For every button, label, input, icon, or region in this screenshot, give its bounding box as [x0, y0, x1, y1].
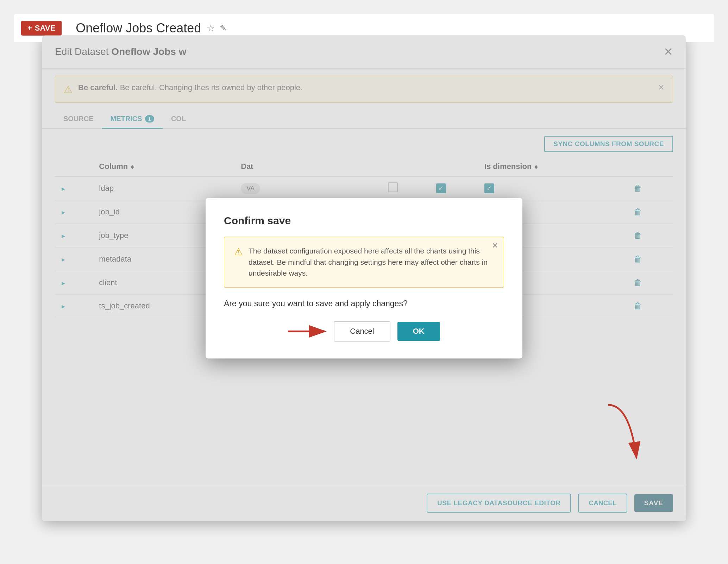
confirm-ok-button[interactable]: OK	[397, 322, 440, 341]
arrow-to-cancel	[288, 324, 330, 338]
confirm-save-dialog: Confirm save ⚠ The dataset configuration…	[206, 198, 522, 358]
page-title: Oneflow Jobs Created	[76, 21, 201, 36]
top-save-button[interactable]: + SAVE	[21, 21, 62, 36]
confirm-warning-text: The dataset configuration exposed here a…	[249, 245, 494, 279]
confirm-question-text: Are you sure you want to save and apply …	[224, 299, 504, 308]
star-icon[interactable]: ☆	[207, 23, 215, 34]
confirm-dialog-title: Confirm save	[224, 215, 504, 227]
confirm-warning-close-button[interactable]: ✕	[492, 241, 498, 250]
edit-icon[interactable]: ✎	[220, 23, 227, 33]
arrow-to-save-button	[587, 401, 644, 465]
confirm-warning-icon: ⚠	[234, 246, 243, 258]
confirm-warning-box: ⚠ The dataset configuration exposed here…	[224, 237, 504, 288]
confirm-dialog-buttons: Cancel OK	[224, 321, 504, 341]
edit-dataset-modal: Edit Dataset Oneflow Jobs w ✕ ⚠ Be caref…	[42, 35, 686, 521]
confirm-cancel-button[interactable]: Cancel	[334, 321, 390, 341]
